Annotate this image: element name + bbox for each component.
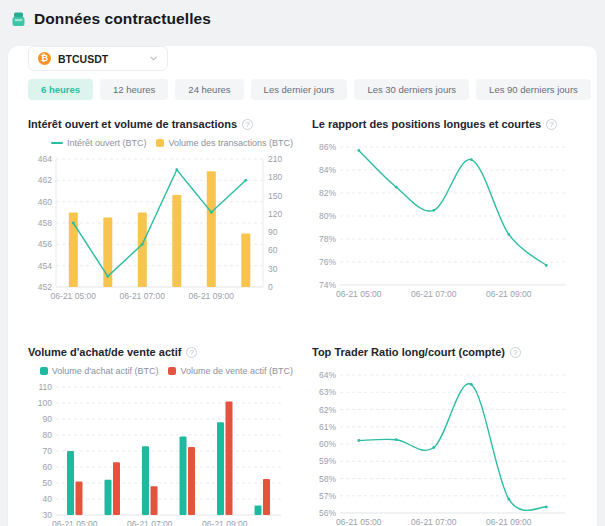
- svg-text:210: 210: [268, 154, 282, 164]
- svg-text:78%: 78%: [319, 234, 336, 244]
- legend-item-volume[interactable]: Volume des transactions (BTC): [156, 138, 293, 148]
- tab-24-heures[interactable]: 24 heures: [175, 79, 243, 100]
- svg-text:462: 462: [38, 175, 52, 185]
- svg-text:06-21 07:00: 06-21 07:00: [411, 517, 457, 526]
- svg-text:180: 180: [268, 172, 282, 182]
- svg-text:84%: 84%: [319, 165, 336, 175]
- svg-text:56%: 56%: [319, 508, 336, 518]
- svg-text:64%: 64%: [319, 370, 336, 380]
- svg-text:82%: 82%: [319, 188, 336, 198]
- legend-label: Volume d'achat actif (BTC): [52, 366, 159, 376]
- svg-text:458: 458: [38, 218, 52, 228]
- pair-selected-value: BTCUSDT: [58, 53, 142, 65]
- charts-grid: Intérêt ouvert et volume de transactions…: [28, 116, 577, 526]
- bitcoin-icon: ₿: [38, 52, 51, 65]
- svg-text:62%: 62%: [319, 405, 336, 415]
- svg-text:86%: 86%: [319, 142, 336, 152]
- main-card: ₿ BTCUSDT 6 heures 12 heures 24 heures L…: [8, 46, 597, 526]
- svg-text:90: 90: [43, 414, 53, 424]
- svg-text:63%: 63%: [319, 387, 336, 397]
- svg-text:70: 70: [43, 446, 53, 456]
- chart-title: Top Trader Ratio long/court (compte): [312, 346, 505, 358]
- svg-text:100: 100: [38, 398, 52, 408]
- tab-6-heures[interactable]: 6 heures: [28, 79, 93, 100]
- legend-item-sell-volume[interactable]: Volume de vente actif (BTC): [168, 366, 293, 376]
- page-title: Données contractuelles: [34, 10, 211, 28]
- svg-text:59%: 59%: [319, 456, 336, 466]
- top-trader-ratio-plot[interactable]: 56%57%58%59%60%61%62%63%64%06-21 05:0006…: [312, 368, 577, 526]
- svg-text:76%: 76%: [319, 257, 336, 267]
- help-icon[interactable]: ?: [186, 347, 197, 358]
- svg-text:454: 454: [38, 261, 52, 271]
- svg-text:80%: 80%: [319, 211, 336, 221]
- svg-text:74%: 74%: [319, 280, 336, 290]
- help-icon[interactable]: ?: [510, 347, 521, 358]
- svg-text:30: 30: [268, 264, 278, 274]
- svg-text:60%: 60%: [319, 439, 336, 449]
- page-header: Données contractuelles: [0, 0, 605, 36]
- svg-text:06-21 05:00: 06-21 05:00: [51, 291, 97, 301]
- svg-text:06-21 07:00: 06-21 07:00: [127, 519, 173, 526]
- pair-selector-dropdown[interactable]: ₿ BTCUSDT: [28, 46, 168, 71]
- chart-legend: Volume d'achat actif (BTC) Volume de ven…: [28, 364, 293, 378]
- bar-legend-marker: [156, 139, 164, 147]
- tab-12-heures[interactable]: 12 heures: [100, 79, 168, 100]
- svg-text:06-21 09:00: 06-21 09:00: [189, 291, 235, 301]
- chart-legend: Intérêt ouvert (BTC) Volume des transact…: [28, 136, 293, 150]
- svg-text:06-21 05:00: 06-21 05:00: [336, 289, 382, 299]
- svg-text:06-21 07:00: 06-21 07:00: [120, 291, 166, 301]
- svg-text:456: 456: [38, 239, 52, 249]
- chevron-down-icon: [149, 54, 158, 63]
- time-range-tabs: 6 heures 12 heures 24 heures Les dernier…: [28, 79, 577, 100]
- svg-text:40: 40: [43, 494, 53, 504]
- legend-label: Intérêt ouvert (BTC): [67, 138, 147, 148]
- buy-sell-volume-plot[interactable]: 3040506070809010011006-21 05:0006-21 07:…: [28, 380, 293, 526]
- line-legend-marker: [51, 142, 63, 144]
- svg-text:90: 90: [268, 227, 278, 237]
- buy-legend-marker: [40, 367, 48, 375]
- legend-item-open-interest[interactable]: Intérêt ouvert (BTC): [51, 138, 147, 148]
- tab-90-derniers-jours[interactable]: Les 90 derniers jours: [476, 79, 591, 100]
- svg-text:0: 0: [268, 282, 273, 292]
- chart-title: Intérêt ouvert et volume de transactions: [28, 118, 237, 130]
- long-short-ratio-plot[interactable]: 74%76%78%80%82%84%86%06-21 05:0006-21 07…: [312, 140, 577, 302]
- chart-title: Volume d'achat/de vente actif: [28, 346, 181, 358]
- chart-title: Le rapport des positions longues et cour…: [312, 118, 541, 130]
- contract-data-icon: [11, 12, 26, 27]
- open-interest-volume-plot[interactable]: 4524544564584604624640306090120150180210…: [28, 152, 293, 304]
- chart-long-short-ratio: Le rapport des positions longues et cour…: [312, 116, 577, 304]
- svg-text:30: 30: [43, 510, 53, 520]
- svg-text:120: 120: [268, 209, 282, 219]
- svg-text:06-21 09:00: 06-21 09:00: [486, 517, 532, 526]
- chart-top-trader-ratio: Top Trader Ratio long/court (compte) ? 5…: [312, 344, 577, 526]
- legend-label: Volume de vente actif (BTC): [180, 366, 293, 376]
- svg-text:06-21 05:00: 06-21 05:00: [52, 519, 98, 526]
- svg-text:60: 60: [268, 245, 278, 255]
- svg-text:60: 60: [43, 462, 53, 472]
- svg-text:06-21 09:00: 06-21 09:00: [486, 289, 532, 299]
- svg-text:06-21 05:00: 06-21 05:00: [336, 517, 382, 526]
- svg-text:150: 150: [268, 191, 282, 201]
- chart-buy-sell-volume: Volume d'achat/de vente actif ? Volume d…: [28, 344, 293, 526]
- legend-item-buy-volume[interactable]: Volume d'achat actif (BTC): [40, 366, 159, 376]
- tab-30-derniers-jours[interactable]: Les 30 derniers jours: [354, 79, 469, 100]
- help-icon[interactable]: ?: [546, 119, 557, 130]
- svg-text:110: 110: [38, 382, 52, 392]
- svg-text:06-21 09:00: 06-21 09:00: [202, 519, 248, 526]
- chart-open-interest-volume: Intérêt ouvert et volume de transactions…: [28, 116, 293, 304]
- svg-text:61%: 61%: [319, 422, 336, 432]
- svg-text:50: 50: [43, 478, 53, 488]
- sell-legend-marker: [168, 367, 176, 375]
- svg-text:464: 464: [38, 154, 52, 164]
- svg-text:06-21 07:00: 06-21 07:00: [411, 289, 457, 299]
- svg-text:57%: 57%: [319, 491, 336, 501]
- svg-text:460: 460: [38, 197, 52, 207]
- svg-text:58%: 58%: [319, 474, 336, 484]
- legend-label: Volume des transactions (BTC): [168, 138, 293, 148]
- tab-derniers-jours[interactable]: Les dernier jours: [251, 79, 348, 100]
- svg-text:80: 80: [43, 430, 53, 440]
- help-icon[interactable]: ?: [242, 119, 253, 130]
